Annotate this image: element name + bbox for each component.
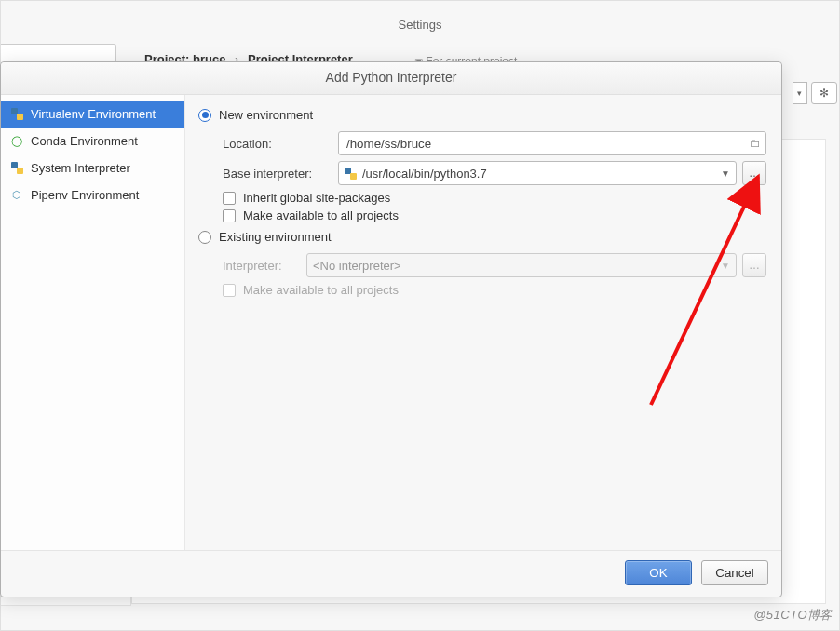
radio-label: Existing environment [219,230,332,244]
make-available-2-checkbox-row: Make available to all projects [223,283,766,297]
virtualenv-icon [10,108,23,121]
checkbox-label: Inherit global site-packages [243,191,390,205]
radio-icon [198,109,211,122]
base-interpreter-browse-button[interactable]: … [742,161,766,185]
python-icon [10,162,23,175]
watermark-label: @51CTO博客 [753,607,833,624]
sidebar-item-label: System Interpreter [31,161,130,175]
sidebar-item-system[interactable]: System Interpreter [1,154,184,181]
base-interpreter-row: Base interpreter: /usr/local/bin/python3… [223,161,766,185]
radio-icon [198,231,211,244]
base-interpreter-value: /usr/local/bin/python3.7 [362,167,487,181]
existing-environment-radio[interactable]: Existing environment [198,226,766,248]
base-interpreter-label: Base interpreter: [223,167,338,181]
interpreter-dropdown[interactable]: ▾ [793,82,807,104]
checkbox-icon [223,284,236,297]
sidebar-item-virtualenv[interactable]: Virtualenv Environment [1,101,184,128]
location-label: Location: [223,137,338,151]
checkbox-label: Make available to all projects [243,208,399,222]
base-interpreter-dropdown[interactable]: /usr/local/bin/python3.7 ▼ [338,161,737,185]
existing-interpreter-browse-button: … [742,253,766,277]
checkbox-label: Make available to all projects [243,283,399,297]
add-python-interpreter-dialog: Add Python Interpreter Virtualenv Enviro… [0,61,782,597]
form-area: New environment Location: 🗀 Base interpr… [185,95,781,550]
checkbox-icon [223,192,236,205]
chevron-down-icon: ▼ [721,168,730,179]
inherit-packages-checkbox-row[interactable]: Inherit global site-packages [223,191,766,205]
checkbox-icon [223,209,236,222]
dialog-title: Add Python Interpreter [1,62,781,95]
interpreter-value: <No interpreter> [313,259,401,273]
python-icon [345,168,357,180]
interpreter-label: Interpreter: [223,259,306,273]
interpreter-type-sidebar: Virtualenv Environment ◯ Conda Environme… [1,95,185,550]
new-environment-radio[interactable]: New environment [198,104,766,126]
settings-window-title: Settings [1,18,839,32]
sidebar-item-conda[interactable]: ◯ Conda Environment [1,128,184,154]
cancel-button[interactable]: Cancel [701,560,768,585]
location-row: Location: 🗀 [223,131,766,155]
location-input[interactable] [338,131,766,155]
ok-button[interactable]: OK [625,560,692,585]
sidebar-item-label: Conda Environment [31,134,138,148]
make-available-checkbox-row[interactable]: Make available to all projects [223,208,766,222]
interpreter-row: Interpreter: <No interpreter> ▼ … [223,253,766,277]
chevron-down-icon: ▼ [721,261,730,271]
sidebar-item-label: Pipenv Environment [31,188,139,202]
sidebar-item-pipenv[interactable]: ⬡ Pipenv Environment [1,181,184,208]
sidebar-item-label: Virtualenv Environment [31,107,156,121]
conda-icon: ◯ [10,135,23,148]
radio-label: New environment [219,108,313,122]
pipenv-icon: ⬡ [10,189,23,202]
existing-interpreter-dropdown: <No interpreter> ▼ [306,253,737,277]
dialog-body: Virtualenv Environment ◯ Conda Environme… [1,95,781,550]
interpreter-gear-icon[interactable]: ✻ [811,82,837,104]
dialog-footer: OK Cancel [1,550,781,597]
folder-icon[interactable]: 🗀 [750,137,761,150]
